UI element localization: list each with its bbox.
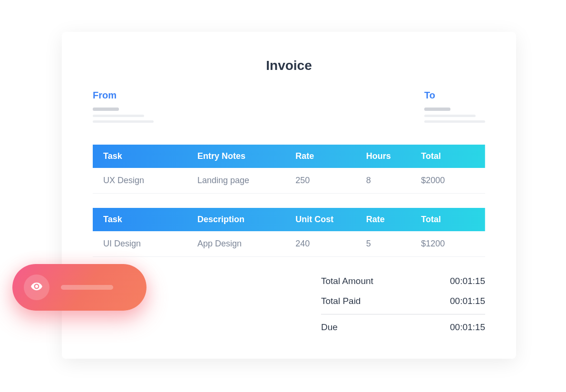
col-task: Task: [93, 208, 187, 231]
cell-rate: 250: [285, 168, 356, 194]
cell-description: App Design: [187, 231, 285, 257]
invoice-table-2: Task Description Unit Cost Rate Total UI…: [93, 208, 485, 257]
placeholder-line: [61, 285, 113, 290]
placeholder-line: [93, 108, 119, 111]
placeholder-line: [424, 115, 476, 117]
col-hours: Hours: [356, 145, 411, 168]
summary-label: Total Paid: [321, 296, 361, 306]
cell-total: $2000: [410, 168, 485, 194]
from-to-row: From To: [93, 90, 485, 127]
placeholder-line: [424, 120, 485, 123]
placeholder-line: [93, 120, 154, 123]
eye-icon: [30, 280, 43, 294]
table-header-row: Task Entry Notes Rate Hours Total: [93, 145, 485, 168]
invoice-table-1: Task Entry Notes Rate Hours Total UX Des…: [93, 145, 485, 194]
cell-hours: 8: [356, 168, 411, 194]
col-entry-notes: Entry Notes: [187, 145, 285, 168]
col-description: Description: [187, 208, 285, 231]
summary-divider: [321, 314, 485, 314]
col-rate: Rate: [285, 145, 356, 168]
table-row: UX Design Landing page 250 8 $2000: [93, 168, 485, 194]
summary-block: Total Amount 00:01:15 Total Paid 00:01:1…: [321, 271, 485, 337]
placeholder-line: [424, 108, 450, 111]
eye-icon-circle: [24, 274, 49, 300]
summary-row-total-paid: Total Paid 00:01:15: [321, 291, 485, 311]
to-label: To: [424, 90, 435, 101]
summary-label: Due: [321, 322, 338, 333]
cell-notes: Landing page: [187, 168, 285, 194]
summary-row-due: Due 00:01:15: [321, 317, 485, 337]
floating-action-pill[interactable]: [12, 264, 146, 311]
col-rate: Rate: [356, 208, 411, 231]
summary-label: Total Amount: [321, 276, 373, 286]
col-unit-cost: Unit Cost: [285, 208, 356, 231]
placeholder-line: [93, 115, 144, 117]
from-label: From: [93, 90, 154, 101]
summary-row-total-amount: Total Amount 00:01:15: [321, 271, 485, 291]
col-task: Task: [93, 145, 187, 168]
summary-value: 00:01:15: [450, 296, 485, 306]
col-total: Total: [410, 208, 485, 231]
col-total: Total: [410, 145, 485, 168]
summary-value: 00:01:15: [450, 276, 485, 286]
table-row: UI Design App Design 240 5 $1200: [93, 231, 485, 257]
cell-task: UI Design: [93, 231, 187, 257]
cell-unit-cost: 240: [285, 231, 356, 257]
to-block: To: [424, 90, 485, 127]
invoice-card: Invoice From To Task Entry Notes Rate Ho…: [62, 32, 516, 359]
cell-rate: 5: [356, 231, 411, 257]
summary-value: 00:01:15: [450, 322, 485, 333]
page-title: Invoice: [93, 58, 485, 73]
cell-total: $1200: [410, 231, 485, 257]
table-header-row: Task Description Unit Cost Rate Total: [93, 208, 485, 231]
cell-task: UX Design: [93, 168, 187, 194]
from-block: From: [93, 90, 154, 127]
